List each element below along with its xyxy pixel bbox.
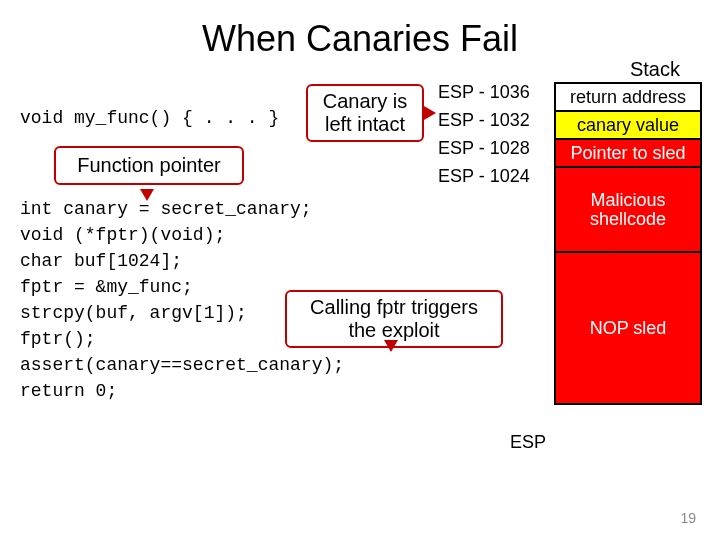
stack-diagram: return address canary value Pointer to s…: [554, 82, 702, 405]
arrow-icon: [384, 340, 398, 352]
esp-offset: ESP - 1032: [438, 106, 530, 134]
stack-cell-pointer-to-sled: Pointer to sled: [556, 140, 700, 168]
callout-canary-intact: Canary is left intact: [306, 84, 424, 142]
code-func-decl: void my_func() { . . . }: [20, 108, 279, 128]
arrow-icon: [424, 106, 436, 120]
callout-function-pointer: Function pointer: [54, 146, 244, 185]
stack-cell-shellcode: Malicious shellcode: [556, 168, 700, 253]
esp-bottom-label: ESP: [510, 432, 546, 453]
stack-heading: Stack: [630, 58, 680, 81]
stack-cell-canary: canary value: [556, 112, 700, 140]
stack-cell-nop-sled: NOP sled: [556, 253, 700, 403]
esp-offset: ESP - 1036: [438, 78, 530, 106]
esp-offset: ESP - 1028: [438, 134, 530, 162]
stack-cell-return-address: return address: [556, 84, 700, 112]
page-number: 19: [680, 510, 696, 526]
slide-title: When Canaries Fail: [0, 18, 720, 60]
esp-offset: ESP - 1024: [438, 162, 530, 190]
esp-offsets-column: ESP - 1036 ESP - 1032 ESP - 1028 ESP - 1…: [438, 78, 530, 190]
